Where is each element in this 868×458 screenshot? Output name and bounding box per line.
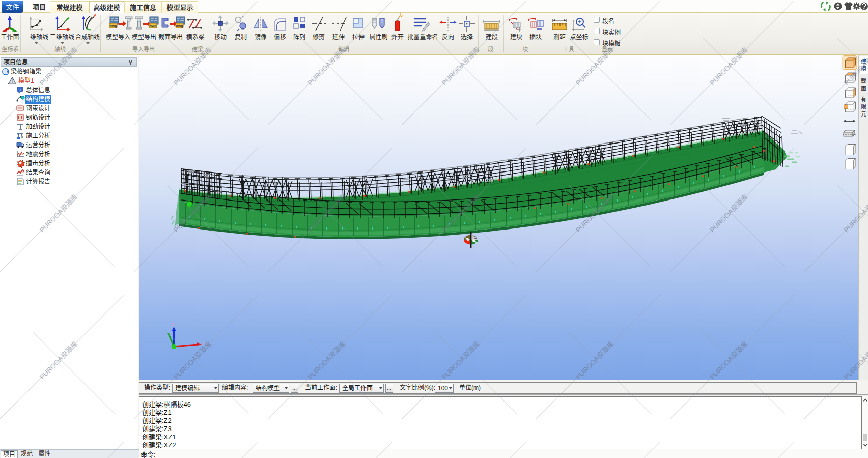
svg-text:dwg: dwg	[176, 24, 183, 28]
svg-text:dwg: dwg	[150, 24, 157, 28]
svg-text:dwg: dwg	[110, 24, 117, 28]
svg-text:Z: Z	[172, 322, 174, 327]
svg-text:X: X	[203, 341, 206, 346]
